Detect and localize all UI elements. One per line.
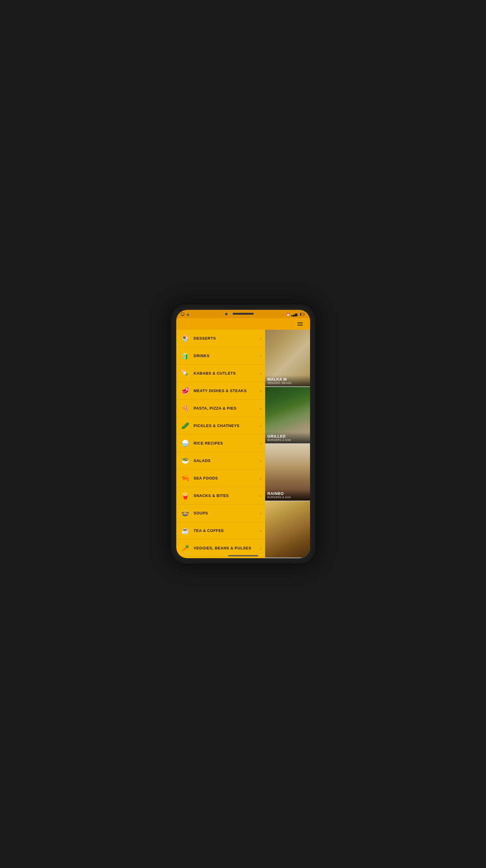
- pasta-label: PASTA, PIZZA & PIES: [194, 406, 260, 410]
- svg-rect-5: [300, 313, 301, 315]
- download-icon: [186, 312, 190, 316]
- rice-chevron: ›: [260, 441, 262, 446]
- snacks-label: SNACKS & BITES: [194, 493, 260, 498]
- svg-rect-0: [181, 313, 184, 315]
- grilled-overlay: GRILLED BURGERS & SAN: [265, 432, 310, 443]
- phone-screen: ⏰ ▂▄▆: [176, 310, 310, 558]
- snacks-chevron: ›: [260, 493, 262, 498]
- rainbow-title: RAINBO: [267, 491, 307, 496]
- category-sidebar: 🍨 DESSERTS › 🧃 DRINKS › 🍡 KABABS & CUTLE…: [176, 330, 265, 558]
- notification-icon: [181, 312, 185, 316]
- seafoods-icon: 🦐: [180, 473, 191, 484]
- soups-chevron: ›: [260, 511, 262, 516]
- tea-icon: ☕: [180, 525, 191, 536]
- menu-item-veggies[interactable]: 🥕 VEGGIES, BEANS & PULSES ›: [176, 539, 265, 557]
- seafoods-label: SEA FOODS: [194, 476, 260, 480]
- pickles-icon: 🥒: [180, 421, 191, 431]
- svg-rect-4: [304, 314, 304, 315]
- pasta-icon: 🍕: [180, 403, 191, 414]
- menu-item-pasta[interactable]: 🍕 PASTA, PIZZA & PIES ›: [176, 400, 265, 417]
- soups-label: SOUPS: [194, 511, 260, 516]
- menu-item-desserts[interactable]: 🍨 DESSERTS ›: [176, 330, 265, 347]
- menu-item-pickles[interactable]: 🥒 PICKLES & CHATNEYS ›: [176, 417, 265, 435]
- home-button[interactable]: [228, 555, 258, 556]
- recipe-card-malka[interactable]: MALKA M VEGGIES, BEANS: [265, 330, 310, 387]
- kababs-icon: 🍡: [180, 368, 191, 379]
- menu-item-salads[interactable]: 🥗 SALADS ›: [176, 452, 265, 470]
- rice-icon: 🍚: [180, 438, 191, 449]
- meaty-label: MEATY DISHES & STEAKS: [194, 389, 260, 393]
- pickles-label: PICKLES & CHATNEYS: [194, 424, 260, 428]
- header-right: [297, 322, 306, 326]
- menu-item-drinks[interactable]: 🧃 DRINKS ›: [176, 347, 265, 365]
- veggies-chevron: ›: [260, 546, 262, 551]
- signal-bars: ▂▄▆: [291, 313, 297, 316]
- menu-item-tea[interactable]: ☕ TEA & COFFEE ›: [176, 522, 265, 539]
- desserts-chevron: ›: [260, 336, 262, 341]
- menu-item-seafoods[interactable]: 🦐 SEA FOODS ›: [176, 470, 265, 487]
- salads-chevron: ›: [260, 458, 262, 463]
- battery-icon: [300, 313, 304, 316]
- rainbow-overlay: RAINBO BURGERS & SAN: [265, 490, 310, 501]
- main-content: 🍨 DESSERTS › 🧃 DRINKS › 🍡 KABABS & CUTLE…: [176, 330, 310, 558]
- menu-item-rice[interactable]: 🍚 RICE RECIPES ›: [176, 435, 265, 452]
- rainbow-subtitle: BURGERS & SAN: [267, 496, 307, 499]
- desserts-icon: 🍨: [180, 333, 191, 344]
- grilled-subtitle: BURGERS & SAN: [267, 438, 307, 441]
- veggies-label: VEGGIES, BEANS & PULSES: [194, 546, 260, 550]
- recipe-card-grilled[interactable]: GRILLED BURGERS & SAN: [265, 387, 310, 444]
- rice-label: RICE RECIPES: [194, 441, 260, 445]
- kababs-label: KABABS & CUTLETS: [194, 371, 260, 375]
- meaty-icon: 🥩: [180, 385, 191, 396]
- desserts-label: DESSERTS: [194, 336, 260, 341]
- recipe-cards-panel: MALKA M VEGGIES, BEANS GRILLED BURGERS &…: [265, 330, 310, 558]
- alarm-icon: ⏰: [286, 313, 290, 316]
- malka-overlay: MALKA M VEGGIES, BEANS: [265, 375, 310, 386]
- kababs-chevron: ›: [260, 371, 262, 376]
- snacks-icon: 🍟: [180, 490, 191, 501]
- drinks-label: DRINKS: [194, 353, 260, 358]
- drinks-icon: 🧃: [180, 350, 191, 361]
- recipe-card-sandwich[interactable]: [265, 501, 310, 558]
- menu-item-meaty[interactable]: 🥩 MEATY DISHES & STEAKS ›: [176, 382, 265, 400]
- soups-icon: 🍲: [180, 508, 191, 519]
- salads-icon: 🥗: [180, 456, 191, 466]
- grilled-title: GRILLED: [267, 434, 307, 438]
- menu-button[interactable]: [297, 322, 303, 326]
- salads-label: SALADS: [194, 458, 260, 463]
- status-bar: ⏰ ▂▄▆: [176, 310, 310, 318]
- recipe-card-rainbow[interactable]: RAINBO BURGERS & SAN: [265, 444, 310, 501]
- status-right-info: ⏰ ▂▄▆: [286, 313, 305, 316]
- seafoods-chevron: ›: [260, 476, 262, 481]
- menu-item-snacks[interactable]: 🍟 SNACKS & BITES ›: [176, 487, 265, 504]
- svg-rect-1: [182, 315, 184, 316]
- phone-frame: ⏰ ▂▄▆: [171, 304, 316, 564]
- status-left-icons: [181, 312, 190, 316]
- meaty-chevron: ›: [260, 389, 262, 393]
- tea-label: TEA & COFFEE: [194, 528, 260, 533]
- malka-subtitle: VEGGIES, BEANS: [267, 381, 307, 384]
- menu-item-soups[interactable]: 🍲 SOUPS ›: [176, 504, 265, 522]
- app-screen: ⏰ ▂▄▆: [176, 310, 310, 558]
- header-bar: [176, 318, 310, 330]
- tea-chevron: ›: [260, 528, 262, 533]
- pickles-chevron: ›: [260, 424, 262, 428]
- veggies-icon: 🥕: [180, 543, 191, 554]
- drinks-chevron: ›: [260, 353, 262, 358]
- menu-item-kababs[interactable]: 🍡 KABABS & CUTLETS ›: [176, 365, 265, 382]
- pasta-chevron: ›: [260, 406, 262, 411]
- malka-title: MALKA M: [267, 377, 307, 381]
